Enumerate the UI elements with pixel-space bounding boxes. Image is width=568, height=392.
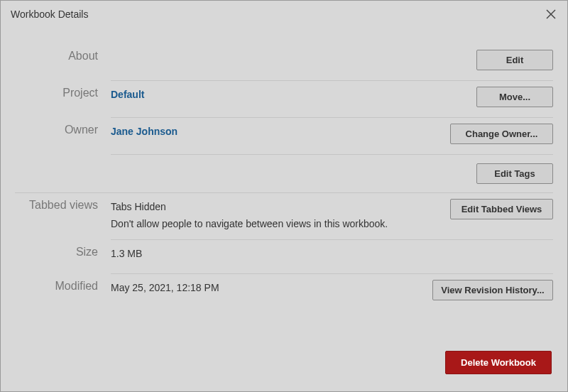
row-size: Size 1.3 MB: [15, 240, 553, 274]
row-tabbed-views: Tabbed views Tabs Hidden Don't allow peo…: [15, 193, 553, 240]
tabbed-secondary: Don't allow people to navigate between v…: [111, 218, 388, 229]
label-size: Size: [15, 240, 111, 258]
move-button[interactable]: Move...: [476, 87, 553, 107]
change-owner-button[interactable]: Change Owner...: [450, 124, 553, 144]
edit-tags-button[interactable]: Edit Tags: [476, 163, 553, 184]
label-owner: Owner: [15, 118, 111, 136]
delete-workbook-button[interactable]: Delete Workbook: [445, 351, 552, 374]
label-project: Project: [15, 81, 111, 99]
value-project: Default Move...: [111, 81, 553, 118]
value-about: Edit: [111, 44, 553, 81]
edit-button[interactable]: Edit: [476, 50, 553, 70]
size-value: 1.3 MB: [111, 246, 142, 259]
owner-link[interactable]: Jane Johnson: [111, 124, 178, 137]
dialog-header: Workbook Details: [1, 1, 567, 26]
label-tabbed: Tabbed views: [15, 193, 111, 212]
label-about: About: [15, 44, 111, 62]
modified-value: May 25, 2021, 12:18 PM: [111, 280, 219, 293]
value-size: 1.3 MB: [111, 240, 553, 274]
value-modified: May 25, 2021, 12:18 PM View Revision His…: [111, 274, 553, 310]
value-tags: Tags Sales Edit Tags: [15, 155, 553, 193]
workbook-details-dialog: Workbook Details About Edit Project Defa…: [0, 0, 568, 392]
project-link[interactable]: Default: [111, 87, 144, 100]
label-modified: Modified: [15, 274, 111, 293]
row-project: Project Default Move...: [15, 81, 553, 118]
dialog-title: Workbook Details: [11, 9, 88, 20]
dialog-content: About Edit Project Default Move... Owner…: [1, 26, 567, 317]
row-modified: Modified May 25, 2021, 12:18 PM View Rev…: [15, 274, 553, 310]
dialog-footer: Delete Workbook: [445, 351, 552, 374]
view-revision-history-button[interactable]: View Revision History...: [432, 280, 553, 300]
value-owner: Jane Johnson Change Owner...: [111, 118, 553, 155]
close-icon[interactable]: [545, 8, 557, 21]
row-tags: Tags Sales Edit Tags: [15, 155, 553, 193]
value-tabbed: Tabs Hidden Don't allow people to naviga…: [111, 193, 553, 240]
row-about: About Edit: [15, 44, 553, 81]
tabbed-primary: Tabs Hidden: [111, 199, 388, 212]
row-owner: Owner Jane Johnson Change Owner...: [15, 118, 553, 155]
edit-tabbed-views-button[interactable]: Edit Tabbed Views: [450, 199, 553, 219]
